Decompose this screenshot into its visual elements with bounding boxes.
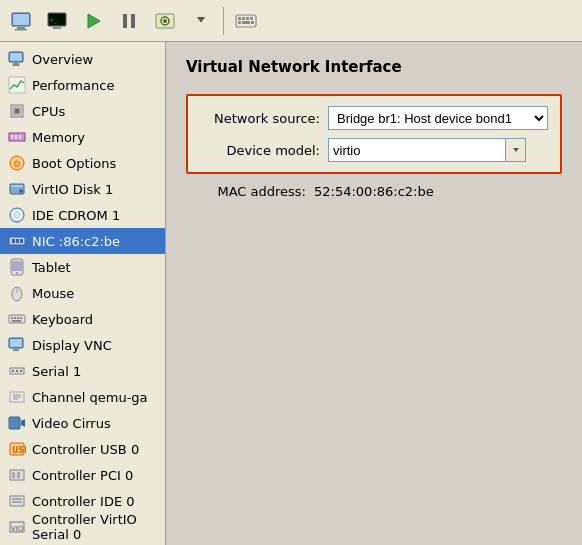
sidebar-item-overview[interactable]: Overview	[0, 46, 165, 72]
sidebar-item-controller-ide-0[interactable]: Controller IDE 0	[0, 488, 165, 514]
keyboard-icon	[8, 310, 26, 328]
sidebar-item-nic[interactable]: NIC :86:c2:be	[0, 228, 165, 254]
device-model-input[interactable]	[328, 138, 506, 162]
svg-rect-16	[238, 17, 241, 20]
svg-rect-24	[10, 53, 22, 61]
svg-rect-57	[12, 320, 21, 322]
svg-marker-14	[197, 16, 205, 22]
snapshot-dropdown[interactable]	[184, 4, 218, 38]
sidebar-label-controller-virtio-serial-0: Controller VirtIO Serial 0	[32, 512, 157, 542]
svg-rect-18	[246, 17, 249, 20]
svg-rect-69	[9, 417, 20, 429]
main-layout: Overview Performance CPUs Memory ⚙	[0, 42, 582, 545]
svg-point-64	[20, 370, 22, 372]
svg-rect-3	[13, 14, 29, 25]
sidebar-item-mouse[interactable]: Mouse	[0, 280, 165, 306]
svg-rect-53	[11, 317, 13, 319]
svg-rect-78	[12, 501, 22, 503]
pause-button[interactable]	[112, 4, 146, 38]
mouse-icon	[8, 284, 26, 302]
svg-marker-8	[88, 14, 100, 28]
nic-icon	[8, 232, 26, 250]
svg-point-62	[12, 370, 14, 372]
console-button[interactable]: >_	[40, 4, 74, 38]
sidebar: Overview Performance CPUs Memory ⚙	[0, 42, 166, 545]
vnc-icon	[8, 336, 26, 354]
content-area: Virtual Network Interface Network source…	[166, 42, 582, 545]
sidebar-item-controller-virtio-serial-0[interactable]: VIO Controller VirtIO Serial 0	[0, 514, 165, 540]
svg-rect-17	[242, 17, 245, 20]
sidebar-item-ide-cdrom-1[interactable]: IDE CDROM 1	[0, 202, 165, 228]
sidebar-item-virtio-disk-1[interactable]: VirtIO Disk 1	[0, 176, 165, 202]
svg-rect-21	[242, 21, 250, 24]
snapshot-button[interactable]	[148, 4, 182, 38]
svg-rect-46	[20, 239, 23, 243]
mac-address-row: MAC address: 52:54:00:86:c2:be	[186, 184, 562, 199]
vm-details-button[interactable]	[4, 4, 38, 38]
channel-icon	[8, 388, 26, 406]
sidebar-item-display-vnc[interactable]: Display VNC	[0, 332, 165, 358]
sidebar-item-boot-options[interactable]: ⚙ Boot Options	[0, 150, 165, 176]
sidebar-item-serial-1[interactable]: Serial 1	[0, 358, 165, 384]
svg-rect-59	[10, 339, 22, 347]
svg-rect-55	[17, 317, 19, 319]
svg-rect-9	[123, 14, 127, 28]
pci-icon	[8, 466, 26, 484]
sidebar-item-performance[interactable]: Performance	[0, 72, 165, 98]
virtio-icon: VIO	[8, 518, 26, 536]
svg-rect-19	[250, 17, 253, 20]
sidebar-label-virtio-disk-1: VirtIO Disk 1	[32, 182, 113, 197]
ide-icon	[8, 492, 26, 510]
svg-rect-20	[238, 21, 241, 24]
sidebar-label-controller-usb-0: Controller USB 0	[32, 442, 139, 457]
svg-rect-54	[14, 317, 16, 319]
sidebar-item-controller-usb-0[interactable]: USB Controller USB 0	[0, 436, 165, 462]
toolbar: >_	[0, 0, 582, 42]
sidebar-label-video-cirrus: Video Cirrus	[32, 416, 111, 431]
sidebar-item-channel-qemu-ga[interactable]: Channel qemu-ga	[0, 384, 165, 410]
svg-text:>_: >_	[50, 16, 58, 24]
svg-marker-81	[513, 148, 519, 152]
sidebar-item-cpus[interactable]: CPUs	[0, 98, 165, 124]
svg-rect-77	[12, 498, 22, 500]
svg-rect-30	[15, 109, 19, 113]
device-model-dropdown-arrow[interactable]	[506, 138, 526, 162]
usb-icon: USB	[8, 440, 26, 458]
sidebar-item-keyboard[interactable]: Keyboard	[0, 306, 165, 332]
sidebar-label-display-vnc: Display VNC	[32, 338, 112, 353]
sidebar-label-tablet: Tablet	[32, 260, 71, 275]
sidebar-label-memory: Memory	[32, 130, 85, 145]
sidebar-label-keyboard: Keyboard	[32, 312, 93, 327]
send-key-button[interactable]	[229, 4, 263, 38]
memory-icon	[8, 128, 26, 146]
sidebar-item-memory[interactable]: Memory	[0, 124, 165, 150]
network-source-control: Bridge br1: Host device bond1	[328, 106, 548, 130]
svg-rect-38	[11, 185, 23, 187]
sidebar-label-mouse: Mouse	[32, 286, 74, 301]
page-title: Virtual Network Interface	[186, 58, 562, 76]
network-interface-form: Network source: Bridge br1: Host device …	[186, 94, 562, 174]
svg-rect-33	[15, 135, 17, 139]
sidebar-item-tablet[interactable]: Tablet	[0, 254, 165, 280]
boot-icon: ⚙	[8, 154, 26, 172]
chart-icon	[8, 76, 26, 94]
svg-point-63	[16, 370, 18, 372]
sidebar-label-boot-options: Boot Options	[32, 156, 116, 171]
run-button[interactable]	[76, 4, 110, 38]
device-model-label: Device model:	[200, 143, 320, 158]
cpu-icon	[8, 102, 26, 120]
svg-text:VIO: VIO	[11, 525, 24, 533]
svg-rect-45	[16, 239, 19, 243]
sidebar-label-nic: NIC :86:c2:be	[32, 234, 120, 249]
network-source-select[interactable]: Bridge br1: Host device bond1	[328, 106, 548, 130]
sidebar-item-controller-pci-0[interactable]: Controller PCI 0	[0, 462, 165, 488]
svg-rect-48	[12, 261, 22, 271]
svg-rect-10	[131, 14, 135, 28]
svg-rect-34	[19, 135, 21, 139]
mac-address-label: MAC address:	[186, 184, 306, 199]
sidebar-label-channel-qemu-ga: Channel qemu-ga	[32, 390, 148, 405]
svg-point-39	[19, 189, 23, 193]
mac-address-value: 52:54:00:86:c2:be	[314, 184, 434, 199]
sidebar-item-video-cirrus[interactable]: Video Cirrus	[0, 410, 165, 436]
svg-rect-74	[12, 472, 15, 478]
